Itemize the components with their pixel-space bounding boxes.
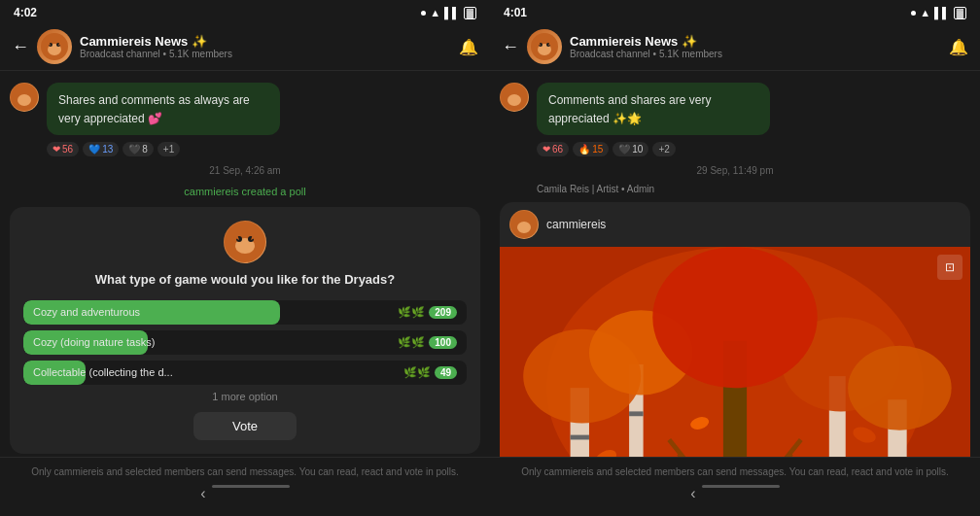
channel-info-left: Cammiereis News ✨ Broadcast channel • 5.… — [80, 34, 459, 59]
content-right: Comments and shares are very appreciated… — [490, 71, 980, 457]
signal-dot-right — [911, 11, 916, 16]
option-votes-1: 209 — [429, 306, 457, 319]
author-admin-row: Camila Reis | Artist • Admin — [490, 182, 980, 196]
status-icons-right: ▲ ▌▌ ▓ — [911, 7, 966, 19]
reaction-fire-right[interactable]: 🔥 15 — [573, 142, 609, 156]
signal-bars: ▌▌ — [444, 7, 460, 18]
reaction-blue-heart[interactable]: 💙 13 — [83, 142, 119, 156]
poll-card: What type of game would you like for the… — [10, 207, 480, 454]
post-card: cammiereis — [500, 202, 970, 457]
option-emojis-2: 🌿🌿 — [398, 336, 425, 349]
wifi-icon-right: ▲ — [920, 7, 930, 18]
signal-dot — [421, 11, 426, 16]
nav-line-right — [702, 485, 780, 488]
option-label-1: Cozy and adventurous — [33, 306, 140, 318]
option-label-3: Collectable (collecting the d... — [33, 366, 173, 378]
bottom-bar-right: Only cammiereis and selected members can… — [490, 457, 980, 516]
message-row-right-1: Comments and shares are very appreciated… — [490, 79, 980, 139]
timestamp-right-1: 29 Sep, 11:49 pm — [490, 159, 980, 182]
poll-option-3[interactable]: Collectable (collecting the d... 🌿🌿 49 — [23, 361, 467, 385]
footer-note-left: Only cammiereis and selected members can… — [12, 465, 478, 479]
reaction-plus[interactable]: +1 — [158, 142, 180, 156]
channel-avatar-right — [527, 29, 562, 64]
reaction-black-heart-right[interactable]: 🖤 10 — [612, 142, 648, 156]
reaction-black-heart[interactable]: 🖤 8 — [122, 142, 154, 156]
post-card-header: cammiereis — [500, 202, 970, 247]
message-bubble-right-1: Comments and shares are very appreciated… — [537, 83, 770, 135]
option-votes-3: 49 — [435, 366, 457, 379]
timestamp-1: 21 Sep, 4:26 am — [0, 159, 490, 182]
message-row-1: Shares and comments as always are very a… — [0, 79, 490, 139]
signal-bars-right: ▌▌ — [934, 7, 950, 18]
svg-point-7 — [18, 94, 31, 106]
post-image: ⊡ ❯ — [500, 247, 970, 457]
vote-button[interactable]: Vote — [193, 412, 297, 440]
svg-point-21 — [508, 94, 521, 106]
nav-chevron-right: ‹ — [690, 485, 695, 502]
channel-name-right: Cammiereis News ✨ — [570, 34, 949, 49]
back-button-left[interactable]: ← — [12, 37, 29, 57]
back-button-right[interactable]: ← — [502, 37, 519, 57]
author-label: Camila Reis | Artist • Admin — [537, 184, 654, 194]
content-left: Shares and comments as always are very a… — [0, 71, 490, 457]
poll-option-1[interactable]: Cozy and adventurous 🌿🌿 209 — [23, 300, 467, 325]
svg-rect-33 — [629, 411, 644, 416]
nav-chevron-left: ‹ — [200, 485, 205, 502]
channel-info-right: Cammiereis News ✨ Broadcast channel • 5.… — [570, 34, 949, 59]
msg-avatar-right-1 — [500, 83, 529, 112]
option-emojis-1: 🌿🌿 — [398, 306, 425, 319]
more-option: 1 more option — [23, 391, 467, 402]
time-right: 4:01 — [504, 6, 527, 19]
status-bar-right: 4:01 ▲ ▌▌ ▓ — [490, 0, 980, 23]
channel-sub-left: Broadcast channel • 5.1K members — [80, 49, 459, 59]
reaction-plus-right[interactable]: +2 — [652, 142, 675, 156]
svg-rect-31 — [571, 434, 589, 439]
reactions-1: ❤ 56 💙 13 🖤 8 +1 — [0, 139, 490, 159]
nav-line-left — [212, 485, 290, 488]
option-votes-2: 100 — [429, 336, 457, 349]
poll-question: What type of game would you like for the… — [23, 271, 467, 289]
reaction-heart[interactable]: ❤ 56 — [47, 142, 79, 156]
poll-avatar — [224, 221, 266, 263]
reaction-heart-right[interactable]: ❤ 66 — [537, 142, 569, 156]
channel-name-left: Cammiereis News ✨ — [80, 34, 459, 49]
right-panel: 4:01 ▲ ▌▌ ▓ ← Cammiereis News ✨ Broadcas… — [490, 0, 980, 516]
reactions-right-1: ❤ 66 🔥 15 🖤 10 +2 — [490, 139, 980, 159]
footer-note-right: Only cammiereis and selected members can… — [502, 465, 968, 479]
message-bubble-1: Shares and comments as always are very a… — [47, 83, 280, 135]
poll-option-2[interactable]: Cozy (doing nature tasks) 🌿🌿 100 — [23, 330, 467, 355]
status-bar-left: 4:02 ▲ ▌▌ ▓ — [0, 0, 490, 23]
fox-icon-left — [40, 32, 69, 61]
nav-bottom-right: ‹ — [502, 479, 968, 508]
nav-bottom-left: ‹ — [12, 479, 478, 508]
wifi-icon: ▲ — [430, 7, 440, 18]
left-panel: 4:02 ▲ ▌▌ ▓ ← Cammiereis News ✨ Broadcas… — [0, 0, 490, 516]
bell-icon-right[interactable]: 🔔 — [949, 38, 968, 56]
bell-icon-left[interactable]: 🔔 — [459, 38, 478, 56]
svg-point-40 — [652, 247, 817, 388]
message-text-1: Shares and comments as always are very a… — [58, 93, 250, 125]
bookmark-corner-btn[interactable]: ⊡ — [937, 255, 962, 280]
channel-header-right: ← Cammiereis News ✨ Broadcast channel • … — [490, 23, 980, 71]
battery-icon: ▓ — [464, 7, 476, 19]
channel-avatar-left — [37, 29, 72, 64]
channel-header-left: ← Cammiereis News ✨ Broadcast channel • … — [0, 23, 490, 71]
artwork-svg — [500, 247, 970, 457]
time-left: 4:02 — [14, 6, 37, 19]
creator-label: cammiereis created a poll — [0, 182, 490, 201]
svg-point-38 — [848, 345, 951, 430]
post-avatar — [509, 210, 539, 239]
status-icons-left: ▲ ▌▌ ▓ — [421, 7, 476, 19]
svg-point-23 — [517, 222, 531, 233]
battery-icon-right: ▓ — [954, 7, 966, 19]
channel-sub-right: Broadcast channel • 5.1K members — [570, 49, 949, 59]
message-text-right-1: Comments and shares are very appreciated… — [548, 93, 711, 125]
msg-avatar-1 — [10, 83, 39, 112]
post-username: cammiereis — [546, 218, 606, 231]
option-label-2: Cozy (doing nature tasks) — [33, 336, 155, 348]
bottom-bar-left: Only cammiereis and selected members can… — [0, 457, 490, 516]
option-emojis-3: 🌿🌿 — [403, 366, 431, 379]
